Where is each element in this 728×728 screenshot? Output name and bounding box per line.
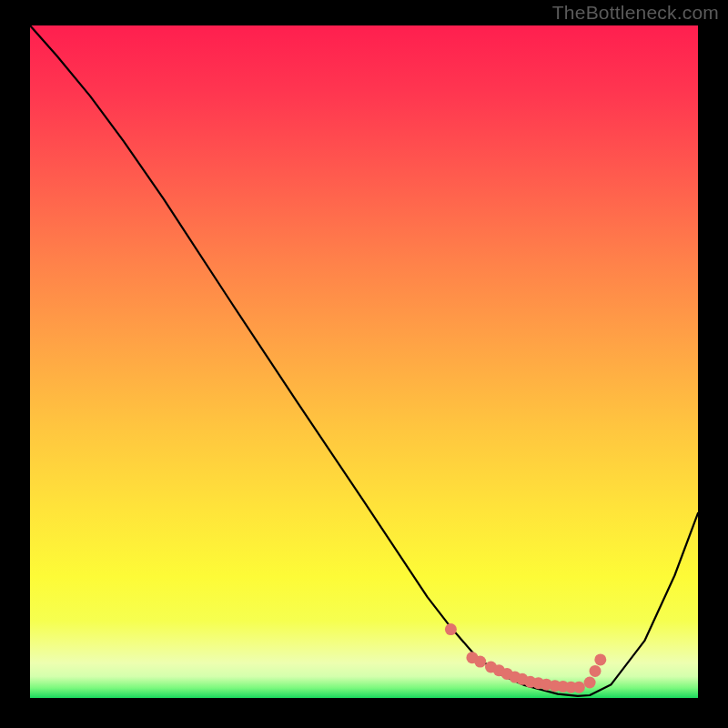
gradient-rect	[30, 25, 698, 698]
plot-svg	[30, 25, 698, 698]
plot-area	[30, 25, 698, 698]
curve-marker	[584, 677, 596, 689]
watermark-text: TheBottleneck.com	[552, 2, 719, 24]
curve-marker	[445, 623, 457, 635]
curve-marker	[474, 656, 486, 668]
curve-marker	[590, 665, 602, 677]
curve-marker	[573, 682, 585, 693]
curve-marker	[594, 653, 606, 665]
chart-stage: TheBottleneck.com	[0, 0, 728, 728]
